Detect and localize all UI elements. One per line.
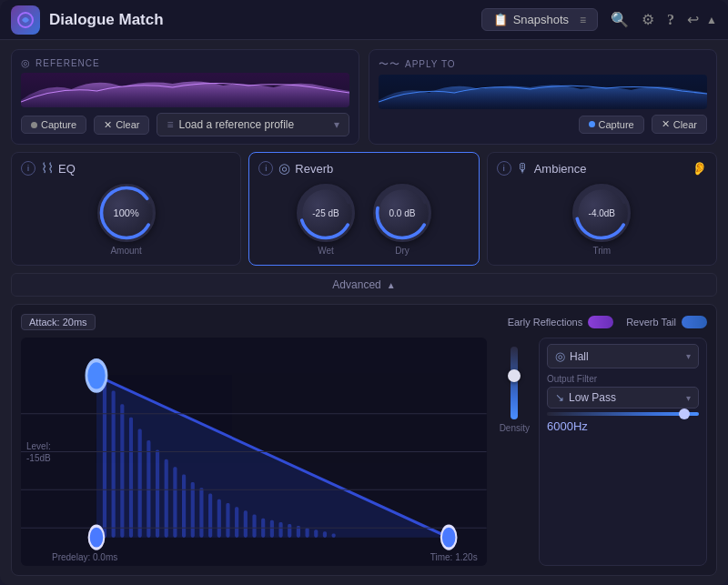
reverb-module-title: ◎ Reverb — [278, 160, 333, 177]
predelay-label: Predelay: 0.0ms — [52, 552, 117, 562]
apply-to-capture-button[interactable]: Capture — [579, 116, 644, 134]
apply-to-clear-button[interactable]: ✕ Clear — [652, 115, 707, 134]
density-handle[interactable] — [508, 369, 521, 382]
reverb-knob-area: -25 dB Wet 0.0 dB Dry — [258, 184, 469, 256]
filter-selector[interactable]: ↘ Low Pass ▾ — [547, 387, 699, 408]
load-profile-menu-icon: ≡ — [167, 118, 173, 131]
filter-chevron-icon: ▾ — [686, 393, 691, 403]
ambience-trim-knob[interactable]: -4.0dB — [572, 184, 631, 242]
reverb-dry-knob[interactable]: 0.0 dB — [373, 184, 431, 242]
eq-amount-label: Amount — [110, 246, 141, 256]
graph-labels-bottom: Predelay: 0.0ms Time: 1.20s — [48, 552, 481, 562]
density-label: Density — [500, 423, 530, 433]
snapshots-menu-icon: ≡ — [580, 14, 586, 26]
apply-capture-dot-icon — [589, 121, 595, 127]
app-container: Dialogue Match 📋 Snapshots ≡ 🔍 ⚙ ? ↩ ▲ ◎… — [0, 0, 728, 585]
ambience-trim-knob-container: -4.0dB Trim — [572, 184, 631, 256]
snapshots-label: Snapshots — [513, 13, 569, 26]
clear-x-icon: ✕ — [104, 119, 112, 131]
ambience-trim-value: -4.0dB — [589, 208, 615, 218]
advanced-panel: Attack: 20ms Early Reflections Reverb Ta… — [11, 304, 717, 576]
reflections-controls: Early Reflections Reverb Tail — [508, 316, 707, 328]
load-profile-dropdown[interactable]: ≡ Load a reference profile ▾ — [157, 113, 349, 136]
apply-to-waveform — [379, 75, 707, 109]
advanced-label: Advanced — [332, 278, 380, 291]
hall-selector-icon: ◎ — [555, 349, 565, 363]
help-icon[interactable]: ? — [667, 12, 674, 28]
reverb-icon: ◎ — [278, 160, 290, 177]
snapshots-button[interactable]: 📋 Snapshots ≡ — [481, 8, 598, 31]
eq-module-header: i ⌇⌇ EQ — [21, 160, 231, 177]
hall-selector[interactable]: ◎ Hall ▾ — [547, 344, 699, 368]
filter-freq-value: 6000Hz — [547, 419, 699, 433]
app-title: Dialogue Match — [49, 11, 164, 29]
load-profile-chevron-icon: ▾ — [334, 118, 339, 131]
early-reflections-toggle[interactable] — [588, 316, 613, 328]
svg-point-44 — [441, 526, 457, 549]
scroll-up-button[interactable]: ▲ — [706, 14, 717, 26]
eq-module: i ⌇⌇ EQ 100% — [11, 152, 241, 266]
main-area: ◎ REFERENCE — [0, 40, 728, 585]
ambience-module-header: i 🎙 Ambience 👂 — [497, 160, 707, 177]
density-slider[interactable] — [511, 347, 518, 419]
reverb-dry-label: Dry — [395, 246, 410, 256]
undo-icon[interactable]: ↩ — [687, 11, 699, 28]
freq-slider-handle[interactable] — [679, 408, 690, 419]
svg-point-43 — [86, 360, 106, 390]
output-filter-label: Output Filter — [547, 374, 699, 384]
early-reflections-label: Early Reflections — [508, 317, 583, 328]
eq-module-title: ⌇⌇ EQ — [41, 160, 76, 177]
reference-waveform — [21, 73, 349, 107]
eq-amount-value: 100% — [114, 207, 139, 218]
snapshots-icon: 📋 — [493, 13, 508, 26]
svg-point-42 — [89, 526, 105, 549]
load-profile-label: Load a reference profile — [178, 118, 294, 131]
reverb-tail-toggle-control: Reverb Tail — [626, 316, 707, 328]
freq-slider-track[interactable] — [547, 412, 699, 416]
reverb-wet-knob[interactable]: -25 dB — [297, 184, 355, 242]
reference-icon: ◎ — [21, 57, 31, 69]
advanced-bar[interactable]: Advanced ▲ — [11, 273, 717, 297]
reference-clear-button[interactable]: ✕ Clear — [94, 116, 149, 135]
apply-to-controls: Capture ✕ Clear — [379, 115, 707, 134]
reverb-info-button[interactable]: i — [258, 161, 273, 176]
filter-freq-row — [547, 412, 699, 416]
ambience-extra-icon[interactable]: 👂 — [692, 160, 707, 177]
hall-panel: ◎ Hall ▾ Output Filter ↘ Low Pass — [539, 338, 707, 566]
eq-info-button[interactable]: i — [21, 161, 35, 176]
hall-chevron-icon: ▾ — [686, 351, 691, 361]
eq-knob-area: 100% Amount — [21, 184, 231, 256]
eq-amount-knob[interactable]: 100% — [97, 184, 156, 242]
hall-density-row: Density ◎ Hall ▾ Output — [494, 338, 707, 566]
search-icon[interactable]: 🔍 — [611, 11, 629, 28]
reverb-dry-value: 0.0 dB — [389, 208, 416, 218]
modules-row: i ⌇⌇ EQ 100% — [11, 152, 717, 266]
reverb-tail-toggle[interactable] — [682, 316, 707, 328]
ambience-info-button[interactable]: i — [497, 161, 511, 176]
reverb-wet-label: Wet — [318, 246, 334, 256]
ambience-icon: 🎙 — [517, 161, 530, 176]
capture-dot-icon — [31, 122, 37, 128]
reference-label: ◎ REFERENCE — [21, 57, 349, 69]
reverb-wet-knob-container: -25 dB Wet — [297, 184, 355, 256]
filter-icon: ↘ — [555, 391, 564, 404]
header: Dialogue Match 📋 Snapshots ≡ 🔍 ⚙ ? ↩ ▲ — [0, 0, 728, 40]
time-label: Time: 1.20s — [430, 552, 478, 562]
ambience-knob-area: -4.0dB Trim — [497, 184, 707, 256]
advanced-top-controls: Attack: 20ms Early Reflections Reverb Ta… — [21, 314, 707, 330]
apply-clear-x-icon: ✕ — [662, 118, 670, 130]
eq-icon: ⌇⌇ — [41, 160, 54, 177]
reverb-tail-label: Reverb Tail — [626, 317, 676, 328]
eq-amount-knob-container: 100% Amount — [97, 184, 156, 256]
attack-badge[interactable]: Attack: 20ms — [21, 314, 96, 330]
apply-to-panel: 〜〜 APPLY TO — [369, 49, 717, 145]
advanced-chevron-icon: ▲ — [387, 280, 396, 290]
reference-capture-button[interactable]: Capture — [21, 116, 86, 134]
gear-icon[interactable]: ⚙ — [642, 11, 654, 28]
reference-panel: ◎ REFERENCE — [11, 49, 359, 145]
reverb-graph: Level: -15dB — [21, 338, 487, 566]
graph-area: Level: -15dB — [21, 338, 707, 566]
header-icons: 🔍 ⚙ ? ↩ — [611, 11, 699, 28]
reference-controls: Capture ✕ Clear ≡ Load a reference profi… — [21, 113, 349, 136]
apply-to-icon: 〜〜 — [379, 57, 400, 71]
